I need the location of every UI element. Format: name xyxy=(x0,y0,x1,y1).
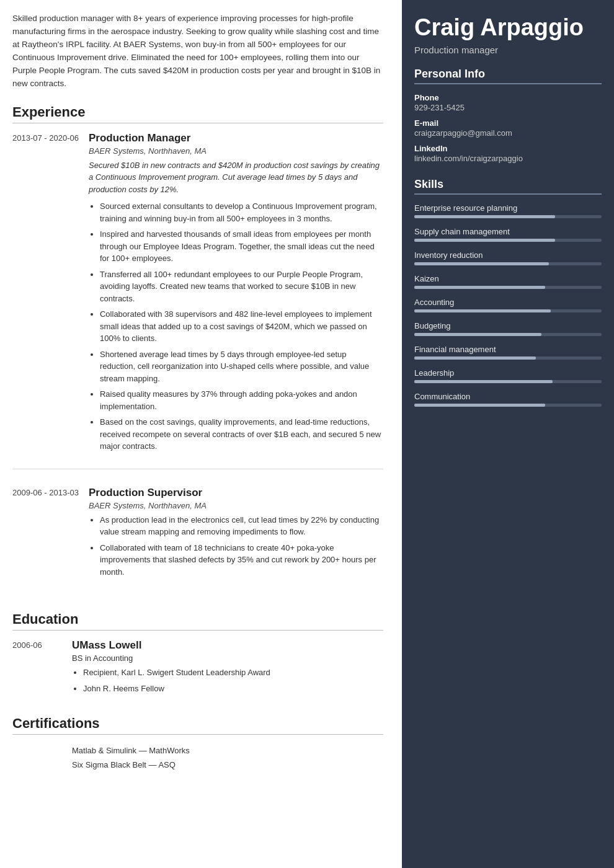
experience-item: 2009-06 - 2013-03Production SupervisorBA… xyxy=(12,487,383,595)
skill-item: Inventory reduction xyxy=(414,250,602,265)
bullet-item: Shortened average lead times by 5 days t… xyxy=(100,348,383,385)
personal-info-title: Personal Info xyxy=(414,68,602,84)
cert-detail: Matlab & Simulink — MathWorksSix Sigma B… xyxy=(72,743,190,773)
job-date: 2013-07 - 2020-06 xyxy=(12,132,79,456)
edu-school: UMass Lowell xyxy=(72,639,383,652)
skill-item: Kaizen xyxy=(414,274,602,289)
skill-bar-bg xyxy=(414,262,602,265)
left-panel: Skilled production manager with 8+ years… xyxy=(0,0,402,868)
job-detail: Production SupervisorBAER Systems, North… xyxy=(89,487,383,582)
personal-info-block: Personal Info Phone 929-231-5425 E-mail … xyxy=(414,68,602,163)
skill-name: Leadership xyxy=(414,368,602,378)
skill-bar-fill xyxy=(414,262,549,265)
edu-bullet-item: Recipient, Karl L. Swigert Student Leade… xyxy=(83,666,383,679)
certifications-item: Matlab & Simulink — MathWorksSix Sigma B… xyxy=(12,743,383,773)
skill-bar-fill xyxy=(414,286,545,289)
skill-bar-fill xyxy=(414,239,555,242)
full-name: Craig Arpaggio xyxy=(414,15,602,41)
skill-name: Inventory reduction xyxy=(414,250,602,260)
job-summary: Secured $10B in new contracts and $420M … xyxy=(89,159,383,196)
edu-bullet-item: John R. Heems Fellow xyxy=(83,683,383,695)
skill-name: Enterprise resource planning xyxy=(414,203,602,213)
job-detail: Production ManagerBAER Systems, Northhav… xyxy=(89,132,383,456)
bullet-list: Sourced external consultants to develop … xyxy=(89,200,383,453)
skill-bar-bg xyxy=(414,356,602,360)
job-role: Production manager xyxy=(414,45,602,55)
cert-date-col xyxy=(12,743,62,773)
bullet-list: As production lead in the electronics ce… xyxy=(89,514,383,578)
edu-detail: UMass LowellBS in AccountingRecipient, K… xyxy=(72,639,383,698)
skill-name: Accounting xyxy=(414,298,602,307)
skill-bar-fill xyxy=(414,215,555,218)
edu-degree: BS in Accounting xyxy=(72,653,383,663)
edu-date: 2006-06 xyxy=(12,639,62,698)
edu-bullet-list: Recipient, Karl L. Swigert Student Leade… xyxy=(72,666,383,694)
bullet-item: Raised quality measures by 37% through a… xyxy=(100,388,383,412)
job-title: Production Supervisor xyxy=(89,487,383,499)
skill-item: Communication xyxy=(414,392,602,407)
experience-section: Experience 2013-07 - 2020-06Production M… xyxy=(12,104,383,595)
skill-name: Budgeting xyxy=(414,321,602,330)
name-block: Craig Arpaggio Production manager xyxy=(414,15,602,55)
cert-entry: Matlab & Simulink — MathWorks xyxy=(72,743,190,758)
skill-item: Financial management xyxy=(414,345,602,360)
summary-text: Skilled production manager with 8+ years… xyxy=(12,12,383,91)
bullet-item: Based on the cost savings, quality impro… xyxy=(100,416,383,453)
email-value: craigzarpaggio@gmail.com xyxy=(414,128,602,138)
certifications-section: Certifications Matlab & Simulink — MathW… xyxy=(12,715,383,773)
skill-bar-fill xyxy=(414,404,545,407)
skill-item: Enterprise resource planning xyxy=(414,203,602,218)
skill-bar-bg xyxy=(414,333,602,336)
skill-name: Communication xyxy=(414,392,602,401)
job-date: 2009-06 - 2013-03 xyxy=(12,487,79,582)
skills-block: Skills Enterprise resource planningSuppl… xyxy=(414,178,602,407)
experience-item: 2013-07 - 2020-06Production ManagerBAER … xyxy=(12,132,383,469)
skill-name: Supply chain management xyxy=(414,227,602,236)
education-section: Education 2006-06UMass LowellBS in Accou… xyxy=(12,611,383,698)
linkedin-label: LinkedIn xyxy=(414,144,602,153)
skill-item: Leadership xyxy=(414,368,602,383)
skill-bar-bg xyxy=(414,404,602,407)
bullet-item: Collaborated with 38 supervisors and 482… xyxy=(100,308,383,345)
email-label: E-mail xyxy=(414,118,602,128)
skill-bar-fill xyxy=(414,309,551,312)
skill-bar-fill xyxy=(414,356,536,360)
right-panel: Craig Arpaggio Production manager Person… xyxy=(402,0,614,868)
cert-entry: Six Sigma Black Belt — ASQ xyxy=(72,758,190,772)
skill-bar-bg xyxy=(414,309,602,312)
skill-bar-bg xyxy=(414,239,602,242)
skill-item: Budgeting xyxy=(414,321,602,336)
certifications-title: Certifications xyxy=(12,715,383,735)
skill-bar-fill xyxy=(414,333,541,336)
skill-name: Kaizen xyxy=(414,274,602,283)
phone-value: 929-231-5425 xyxy=(414,103,602,112)
skill-item: Accounting xyxy=(414,298,602,312)
bullet-item: Inspired and harvested thousands of smal… xyxy=(100,228,383,265)
education-title: Education xyxy=(12,611,383,631)
bullet-item: Sourced external consultants to develop … xyxy=(100,200,383,224)
education-item: 2006-06UMass LowellBS in AccountingRecip… xyxy=(12,639,383,698)
skill-bar-bg xyxy=(414,286,602,289)
company-name: BAER Systems, Northhaven, MA xyxy=(89,146,383,156)
experience-title: Experience xyxy=(12,104,383,123)
bullet-item: Transferred all 100+ redundant employees… xyxy=(100,268,383,305)
linkedin-value: linkedin.com/in/craigzarpaggio xyxy=(414,154,602,163)
bullet-item: Collaborated with team of 18 technicians… xyxy=(100,542,383,578)
phone-label: Phone xyxy=(414,93,602,102)
skill-bar-fill xyxy=(414,380,553,383)
skill-bar-bg xyxy=(414,215,602,218)
company-name: BAER Systems, Northhaven, MA xyxy=(89,501,383,510)
skill-item: Supply chain management xyxy=(414,227,602,242)
skill-bar-bg xyxy=(414,380,602,383)
skills-title: Skills xyxy=(414,178,602,195)
skill-name: Financial management xyxy=(414,345,602,354)
job-title: Production Manager xyxy=(89,132,383,144)
bullet-item: As production lead in the electronics ce… xyxy=(100,514,383,538)
